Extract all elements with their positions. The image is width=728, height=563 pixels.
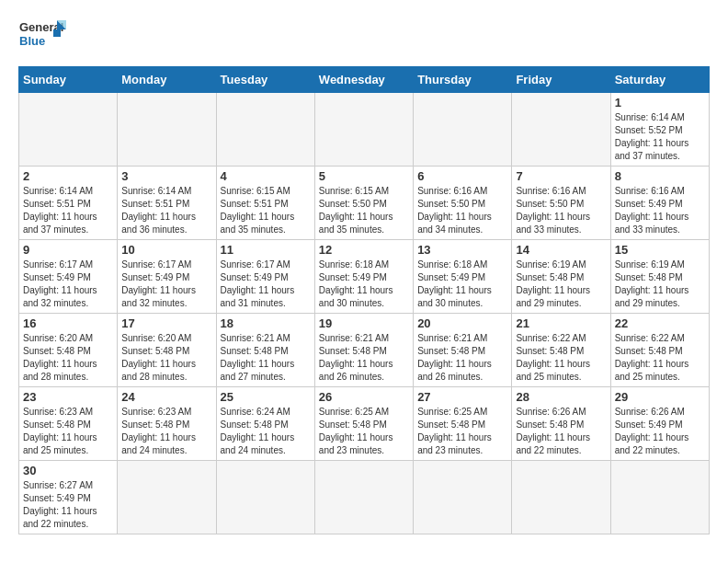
calendar-cell: 18Sunrise: 6:21 AM Sunset: 5:48 PM Dayli… <box>216 314 314 387</box>
day-info: Sunrise: 6:14 AM Sunset: 5:51 PM Dayligh… <box>23 185 113 236</box>
calendar-row-2: 2Sunrise: 6:14 AM Sunset: 5:51 PM Daylig… <box>19 167 710 240</box>
day-info: Sunrise: 6:26 AM Sunset: 5:49 PM Dayligh… <box>615 406 705 457</box>
day-info: Sunrise: 6:17 AM Sunset: 5:49 PM Dayligh… <box>23 259 113 310</box>
day-info: Sunrise: 6:23 AM Sunset: 5:48 PM Dayligh… <box>121 406 211 457</box>
weekday-sunday: Sunday <box>19 67 118 93</box>
day-info: Sunrise: 6:22 AM Sunset: 5:48 PM Dayligh… <box>516 332 606 384</box>
calendar-cell <box>314 461 413 534</box>
calendar-cell: 11Sunrise: 6:17 AM Sunset: 5:49 PM Dayli… <box>216 240 314 314</box>
weekday-friday: Friday <box>512 67 610 93</box>
weekday-monday: Monday <box>118 67 216 93</box>
day-number: 22 <box>615 316 705 330</box>
day-info: Sunrise: 6:25 AM Sunset: 5:48 PM Dayligh… <box>417 406 507 457</box>
calendar-cell: 13Sunrise: 6:18 AM Sunset: 5:49 PM Dayli… <box>414 240 512 314</box>
day-number: 21 <box>516 316 606 330</box>
calendar-cell <box>512 461 610 534</box>
day-number: 19 <box>319 316 409 330</box>
calendar-cell <box>118 93 216 167</box>
calendar-cell: 24Sunrise: 6:23 AM Sunset: 5:48 PM Dayli… <box>118 387 216 461</box>
day-number: 16 <box>23 316 113 330</box>
day-number: 7 <box>516 169 606 183</box>
calendar-cell: 15Sunrise: 6:19 AM Sunset: 5:48 PM Dayli… <box>610 240 709 314</box>
calendar-table: SundayMondayTuesdayWednesdayThursdayFrid… <box>18 66 710 534</box>
day-number: 20 <box>417 316 507 330</box>
day-number: 4 <box>221 169 311 183</box>
day-info: Sunrise: 6:21 AM Sunset: 5:48 PM Dayligh… <box>221 332 311 384</box>
day-number: 8 <box>615 169 705 183</box>
day-info: Sunrise: 6:26 AM Sunset: 5:48 PM Dayligh… <box>516 406 606 457</box>
calendar-cell: 21Sunrise: 6:22 AM Sunset: 5:48 PM Dayli… <box>512 314 610 387</box>
day-number: 1 <box>615 96 705 109</box>
day-number: 9 <box>23 243 113 257</box>
calendar-cell <box>414 461 512 534</box>
day-number: 25 <box>221 390 311 404</box>
calendar-cell: 23Sunrise: 6:23 AM Sunset: 5:48 PM Dayli… <box>19 387 118 461</box>
day-number: 14 <box>516 243 606 257</box>
day-number: 3 <box>121 169 211 183</box>
day-info: Sunrise: 6:18 AM Sunset: 5:49 PM Dayligh… <box>319 259 409 310</box>
calendar-cell: 28Sunrise: 6:26 AM Sunset: 5:48 PM Dayli… <box>512 387 610 461</box>
calendar-cell: 29Sunrise: 6:26 AM Sunset: 5:49 PM Dayli… <box>610 387 709 461</box>
day-info: Sunrise: 6:19 AM Sunset: 5:48 PM Dayligh… <box>615 259 705 310</box>
svg-text:Blue: Blue <box>19 34 45 48</box>
day-info: Sunrise: 6:20 AM Sunset: 5:48 PM Dayligh… <box>23 332 113 384</box>
calendar-cell: 27Sunrise: 6:25 AM Sunset: 5:48 PM Dayli… <box>414 387 512 461</box>
calendar-row-6: 30Sunrise: 6:27 AM Sunset: 5:49 PM Dayli… <box>19 461 710 534</box>
day-info: Sunrise: 6:15 AM Sunset: 5:50 PM Dayligh… <box>319 185 409 236</box>
day-number: 2 <box>23 169 113 183</box>
weekday-wednesday: Wednesday <box>314 67 413 93</box>
calendar-cell <box>414 93 512 167</box>
day-info: Sunrise: 6:20 AM Sunset: 5:48 PM Dayligh… <box>121 332 211 384</box>
day-number: 30 <box>23 464 113 477</box>
day-info: Sunrise: 6:16 AM Sunset: 5:50 PM Dayligh… <box>516 185 606 236</box>
day-number: 13 <box>417 243 507 257</box>
calendar-cell: 12Sunrise: 6:18 AM Sunset: 5:49 PM Dayli… <box>314 240 413 314</box>
calendar-cell: 5Sunrise: 6:15 AM Sunset: 5:50 PM Daylig… <box>314 167 413 240</box>
logo: General Blue <box>18 15 66 55</box>
day-info: Sunrise: 6:22 AM Sunset: 5:48 PM Dayligh… <box>615 332 705 384</box>
day-info: Sunrise: 6:25 AM Sunset: 5:48 PM Dayligh… <box>319 406 409 457</box>
calendar-cell <box>216 461 314 534</box>
day-info: Sunrise: 6:17 AM Sunset: 5:49 PM Dayligh… <box>121 259 211 310</box>
day-number: 12 <box>319 243 409 257</box>
calendar-cell: 2Sunrise: 6:14 AM Sunset: 5:51 PM Daylig… <box>19 167 118 240</box>
calendar-cell <box>216 93 314 167</box>
calendar-cell <box>610 461 709 534</box>
calendar-cell: 22Sunrise: 6:22 AM Sunset: 5:48 PM Dayli… <box>610 314 709 387</box>
calendar-cell: 26Sunrise: 6:25 AM Sunset: 5:48 PM Dayli… <box>314 387 413 461</box>
calendar-cell: 4Sunrise: 6:15 AM Sunset: 5:51 PM Daylig… <box>216 167 314 240</box>
day-number: 18 <box>221 316 311 330</box>
calendar-row-3: 9Sunrise: 6:17 AM Sunset: 5:49 PM Daylig… <box>19 240 710 314</box>
day-info: Sunrise: 6:14 AM Sunset: 5:51 PM Dayligh… <box>121 185 211 236</box>
day-info: Sunrise: 6:24 AM Sunset: 5:48 PM Dayligh… <box>221 406 311 457</box>
calendar-row-4: 16Sunrise: 6:20 AM Sunset: 5:48 PM Dayli… <box>19 314 710 387</box>
weekday-thursday: Thursday <box>414 67 512 93</box>
day-number: 15 <box>615 243 705 257</box>
day-number: 28 <box>516 390 606 404</box>
calendar-cell: 6Sunrise: 6:16 AM Sunset: 5:50 PM Daylig… <box>414 167 512 240</box>
calendar-cell: 25Sunrise: 6:24 AM Sunset: 5:48 PM Dayli… <box>216 387 314 461</box>
calendar-cell: 9Sunrise: 6:17 AM Sunset: 5:49 PM Daylig… <box>19 240 118 314</box>
day-number: 11 <box>221 243 311 257</box>
day-number: 26 <box>319 390 409 404</box>
day-info: Sunrise: 6:21 AM Sunset: 5:48 PM Dayligh… <box>417 332 507 384</box>
weekday-tuesday: Tuesday <box>216 67 314 93</box>
day-number: 24 <box>121 390 211 404</box>
calendar-cell: 14Sunrise: 6:19 AM Sunset: 5:48 PM Dayli… <box>512 240 610 314</box>
calendar-cell: 10Sunrise: 6:17 AM Sunset: 5:49 PM Dayli… <box>118 240 216 314</box>
day-info: Sunrise: 6:23 AM Sunset: 5:48 PM Dayligh… <box>23 406 113 457</box>
day-info: Sunrise: 6:16 AM Sunset: 5:49 PM Dayligh… <box>615 185 705 236</box>
calendar-cell <box>19 93 118 167</box>
calendar-cell: 3Sunrise: 6:14 AM Sunset: 5:51 PM Daylig… <box>118 167 216 240</box>
calendar-row-5: 23Sunrise: 6:23 AM Sunset: 5:48 PM Dayli… <box>19 387 710 461</box>
calendar-cell: 16Sunrise: 6:20 AM Sunset: 5:48 PM Dayli… <box>19 314 118 387</box>
day-info: Sunrise: 6:15 AM Sunset: 5:51 PM Dayligh… <box>221 185 311 236</box>
day-number: 23 <box>23 390 113 404</box>
calendar-cell <box>118 461 216 534</box>
logo-svg: General Blue <box>18 15 66 55</box>
calendar-cell: 17Sunrise: 6:20 AM Sunset: 5:48 PM Dayli… <box>118 314 216 387</box>
calendar-cell: 30Sunrise: 6:27 AM Sunset: 5:49 PM Dayli… <box>19 461 118 534</box>
calendar-cell: 7Sunrise: 6:16 AM Sunset: 5:50 PM Daylig… <box>512 167 610 240</box>
day-number: 5 <box>319 169 409 183</box>
calendar-cell <box>512 93 610 167</box>
